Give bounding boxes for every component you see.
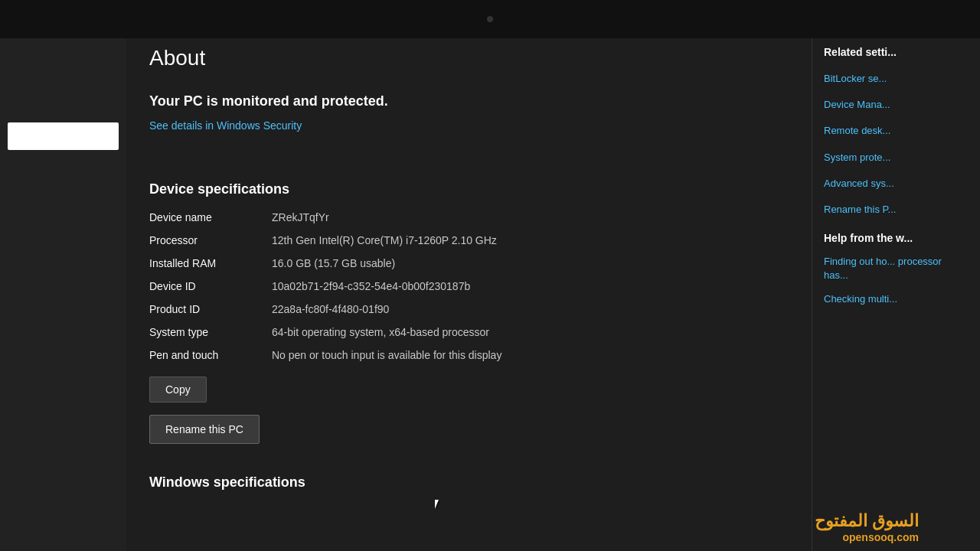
sidebar bbox=[0, 0, 126, 551]
spec-table: Device nameZRekJTqfYrProcessor12th Gen I… bbox=[149, 211, 781, 361]
page-title: About bbox=[149, 46, 781, 70]
spec-value: No pen or touch input is available for t… bbox=[272, 349, 781, 361]
spec-value: 10a02b71-2f94-c352-54e4-0b00f230187b bbox=[272, 280, 781, 292]
spec-row: Processor12th Gen Intel(R) Core(TM) i7-1… bbox=[149, 234, 781, 246]
related-link-system-protection[interactable]: System prote... bbox=[824, 151, 969, 165]
related-link-bitlocker[interactable]: BitLocker se... bbox=[824, 72, 969, 86]
spec-row: Device nameZRekJTqfYr bbox=[149, 211, 781, 223]
rename-pc-button[interactable]: Rename this PC bbox=[149, 415, 260, 444]
help-link-checking-multi[interactable]: Checking multi... bbox=[824, 292, 969, 306]
related-settings-title: Related setti... bbox=[824, 46, 969, 58]
spec-row: Device ID10a02b71-2f94-c352-54e4-0b00f23… bbox=[149, 280, 781, 292]
watermark-arabic: السوق المفتوح bbox=[815, 511, 919, 531]
protection-status: Your PC is monitored and protected. bbox=[149, 93, 781, 109]
spec-label: Pen and touch bbox=[149, 349, 272, 361]
security-link[interactable]: See details in Windows Security bbox=[149, 119, 302, 132]
watermark-latin: opensooq.com bbox=[842, 531, 919, 543]
spec-label: Processor bbox=[149, 234, 272, 246]
help-links-container: Finding out ho... processor has...Checki… bbox=[824, 255, 969, 306]
camera-bar bbox=[0, 0, 980, 38]
related-links-container: BitLocker se...Device Mana...Remote desk… bbox=[824, 72, 969, 217]
device-spec-title: Device specifications bbox=[149, 181, 781, 197]
spec-row: System type64-bit operating system, x64-… bbox=[149, 326, 781, 338]
spec-value: 12th Gen Intel(R) Core(TM) i7-1260P 2.10… bbox=[272, 234, 781, 246]
sidebar-search[interactable] bbox=[8, 122, 119, 150]
spec-value: 16.0 GB (15.7 GB usable) bbox=[272, 257, 781, 269]
spec-value: 64-bit operating system, x64-based proce… bbox=[272, 326, 781, 338]
spec-value: 22a8a-fc80f-4f480-01f90 bbox=[272, 303, 781, 315]
spec-label: Product ID bbox=[149, 303, 272, 315]
windows-spec-title: Windows specifications bbox=[149, 474, 781, 491]
related-link-rename-pc[interactable]: Rename this P... bbox=[824, 203, 969, 217]
related-link-advanced-system[interactable]: Advanced sys... bbox=[824, 177, 969, 191]
spec-label: Installed RAM bbox=[149, 257, 272, 269]
main-content: About Your PC is monitored and protected… bbox=[126, 0, 812, 551]
spec-label: System type bbox=[149, 326, 272, 338]
help-link-finding-out[interactable]: Finding out ho... processor has... bbox=[824, 255, 969, 282]
spec-row: Product ID22a8a-fc80f-4f480-01f90 bbox=[149, 303, 781, 315]
spec-label: Device ID bbox=[149, 280, 272, 292]
help-title: Help from the w... bbox=[824, 232, 969, 244]
related-link-device-manager[interactable]: Device Mana... bbox=[824, 98, 969, 112]
camera-dot bbox=[487, 16, 493, 22]
copy-button[interactable]: Copy bbox=[149, 377, 207, 403]
spec-label: Device name bbox=[149, 211, 272, 223]
related-link-remote-desktop[interactable]: Remote desk... bbox=[824, 124, 969, 138]
watermark: السوق المفتوح opensooq.com bbox=[815, 511, 919, 543]
right-panel: Related setti... BitLocker se...Device M… bbox=[812, 0, 980, 551]
spec-row: Installed RAM16.0 GB (15.7 GB usable) bbox=[149, 257, 781, 269]
spec-value: ZRekJTqfYr bbox=[272, 211, 781, 223]
spec-row: Pen and touchNo pen or touch input is av… bbox=[149, 349, 781, 361]
